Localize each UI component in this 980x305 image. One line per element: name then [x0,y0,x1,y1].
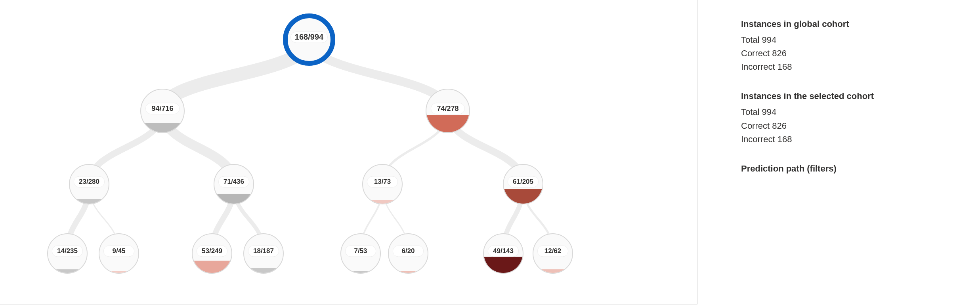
tree-node-label: 12/62 [544,247,562,255]
tree-node[interactable]: 7/53 [341,234,380,273]
tree-node[interactable]: 49/143 [483,234,523,273]
tree-node-label: 49/143 [493,247,514,255]
tree-node[interactable]: 6/20 [388,234,428,273]
selected-cohort-block: Instances in the selected cohort Total 9… [741,90,963,146]
svg-rect-13 [69,199,109,204]
tree-node-label: 168/994 [295,32,324,41]
tree-node[interactable]: 53/249 [192,234,232,273]
error-tree-region[interactable]: 168/99494/71674/27823/28071/43613/7361/2… [0,0,697,305]
tree-node[interactable]: 13/73 [363,164,402,204]
tree-node-label: 6/20 [401,247,415,255]
tree-node[interactable]: 12/62 [533,234,573,273]
panel-divider [697,0,698,304]
selected-cohort-heading: Instances in the selected cohort [741,90,963,103]
prediction-path-block: Prediction path (filters) [741,162,963,175]
tree-node[interactable]: 94/716 [141,89,184,133]
svg-rect-29 [48,269,87,273]
tree-node-label: 61/205 [513,178,533,185]
tree-node-label: 14/235 [57,247,78,255]
svg-rect-57 [533,269,573,273]
label-incorrect: Incorrect [741,134,775,144]
tree-node-label: 13/73 [374,178,391,185]
tree-node[interactable]: 71/436 [214,164,254,204]
error-tree: 168/99494/71674/27823/28071/43613/7361/2… [0,0,697,304]
selected-incorrect-line: Incorrect 168 [741,133,963,146]
label-incorrect: Incorrect [741,62,775,72]
tree-node-label: 74/278 [437,105,458,112]
selected-total-line: Total 994 [741,105,963,119]
tree-node-label: 53/249 [202,247,222,255]
tree-node[interactable]: 9/45 [99,234,139,273]
svg-rect-41 [244,268,283,273]
global-cohort-block: Instances in global cohort Total 994 Cor… [741,17,963,74]
tree-node-label: 23/280 [79,178,99,185]
tree-node[interactable]: 14/235 [48,234,87,273]
tree-node-label: 94/716 [151,105,173,112]
tree-node[interactable]: 18/187 [244,234,283,273]
value-correct: 826 [772,121,787,131]
tree-node[interactable]: 74/278 [426,89,470,133]
label-total: Total [741,35,759,45]
svg-rect-9 [426,115,470,133]
global-cohort-heading: Instances in global cohort [741,17,963,31]
svg-rect-21 [363,200,402,204]
value-incorrect: 168 [778,134,792,144]
tree-node-label: 18/187 [253,247,274,255]
svg-rect-25 [503,189,543,204]
value-total: 994 [762,107,777,117]
label-total: Total [741,107,759,117]
svg-rect-37 [192,261,232,273]
global-total-line: Total 994 [741,33,963,47]
tree-node[interactable]: 61/205 [503,164,543,204]
label-correct: Correct [741,48,770,58]
value-total: 994 [762,35,777,45]
global-correct-line: Correct 826 [741,47,963,60]
value-incorrect: 168 [778,62,792,72]
svg-rect-53 [483,257,523,273]
tree-node-label: 7/53 [354,247,367,255]
tree-node-label: 9/45 [112,247,125,255]
tree-node-label: 71/436 [224,178,244,185]
selected-correct-line: Correct 826 [741,119,963,133]
value-correct: 826 [772,48,787,58]
prediction-path-heading: Prediction path (filters) [741,162,963,175]
label-correct: Correct [741,121,770,131]
global-incorrect-line: Incorrect 168 [741,60,963,74]
info-panel: Instances in global cohort Total 994 Cor… [741,17,963,191]
tree-node[interactable]: 168/994 [285,16,333,63]
tree-node[interactable]: 23/280 [69,164,109,204]
